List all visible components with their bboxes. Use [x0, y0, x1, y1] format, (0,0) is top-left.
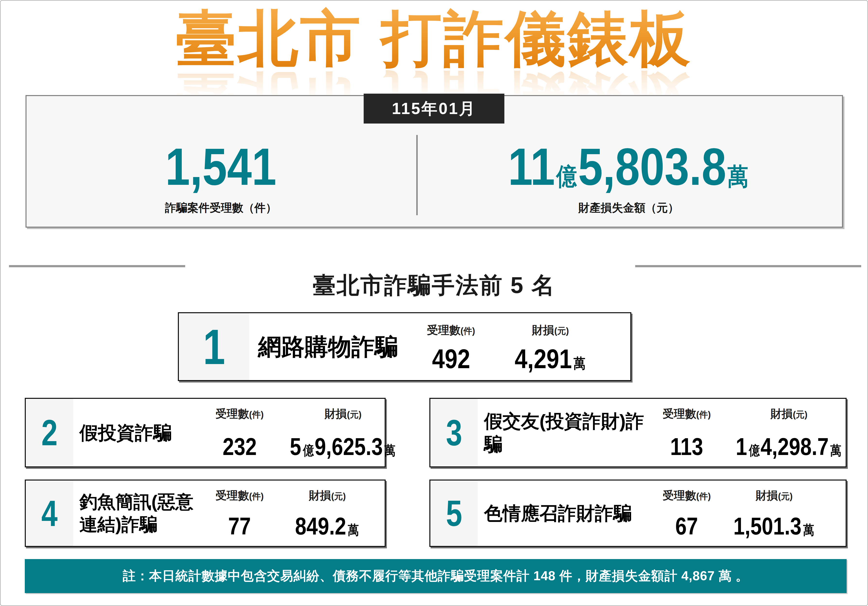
loss-header-sub: (元): [793, 410, 808, 420]
loss-stat: 財損(元) 849.2萬: [280, 480, 385, 546]
fraud-rank-card-1: 1 網路購物詐騙 受理數(件) 492 財損(元) 4,291萬: [178, 312, 631, 381]
rank-number: 5: [446, 495, 462, 531]
loss-header-main: 財損: [309, 489, 331, 502]
cases-value: 232: [223, 435, 257, 458]
loss-stat: 財損(元) 5億9,625.3萬: [280, 399, 416, 466]
fraud-type-name: 假交友(投資詐財)詐騙: [478, 410, 648, 456]
cases-value: 113: [670, 435, 703, 458]
loss-unit-part: 萬: [727, 164, 748, 188]
cases-header: 受理數(件): [427, 324, 475, 336]
cases-total-value: 1,541: [165, 141, 276, 193]
cases-stat: 受理數(件) 67: [648, 480, 725, 546]
loss-unit-part: 億: [556, 164, 577, 188]
cases-number: 232: [223, 435, 257, 458]
loss-number-part: 5: [290, 435, 301, 458]
rank-number: 1: [203, 322, 225, 371]
footnote-bar: 註：本日統計數據中包含交易糾紛、債務不履行等其他詐騙受理案件計 148 件，財產…: [25, 559, 846, 593]
summary-divider: [416, 135, 418, 215]
loss-unit-part: 萬: [384, 444, 395, 457]
cases-header-main: 受理數: [215, 489, 249, 502]
loss-header: 財損(元): [309, 489, 346, 502]
rank-strip: 2: [26, 399, 73, 466]
cases-value: 77: [228, 514, 251, 538]
cases-header-sub: (件): [249, 410, 264, 420]
loss-header: 財損(元): [770, 407, 808, 420]
cases-value: 492: [432, 346, 470, 372]
cases-stat: 受理數(件) 113: [648, 399, 725, 466]
cases-number: 492: [432, 346, 470, 372]
cases-total-label: 詐騙案件受理數（件）: [165, 201, 277, 214]
loss-stat: 財損(元) 1億4,298.7萬: [725, 399, 868, 466]
loss-header: 財損(元): [756, 489, 793, 502]
loss-header-main: 財損: [770, 407, 793, 420]
section-rule-right: [635, 265, 861, 267]
loss-unit-part: 億: [749, 444, 760, 457]
anti-fraud-dashboard: 臺北市 打詐儀錶板 臺北市 打詐儀錶板 115年01月 1,541 詐騙案件受理…: [0, 0, 868, 606]
loss-header-main: 財損: [756, 489, 778, 502]
page-title: 臺北市 打詐儀錶板: [0, 4, 868, 73]
cases-total-number: 1,541: [165, 141, 276, 193]
rank-strip: 5: [430, 480, 478, 546]
loss-total-label: 財產損失金額（元）: [578, 201, 679, 214]
cases-header: 受理數(件): [215, 407, 264, 420]
cases-header-main: 受理數: [427, 324, 460, 336]
loss-header: 財損(元): [325, 407, 361, 420]
cases-stat: 受理數(件) 232: [200, 399, 280, 466]
loss-stat: 財損(元) 1,501.3萬: [725, 480, 849, 546]
loss-unit-part: 萬: [830, 444, 841, 457]
loss-header-main: 財損: [532, 324, 554, 336]
loss-header-sub: (元): [778, 491, 793, 501]
cases-header: 受理數(件): [215, 489, 264, 502]
rank-number: 3: [446, 414, 462, 451]
cases-value: 67: [675, 514, 698, 538]
loss-number-part: 4,298.7: [761, 435, 829, 458]
cases-header-main: 受理數: [663, 407, 696, 420]
cases-header-sub: (件): [460, 326, 475, 336]
fraud-rank-card-5: 5 色情應召詐財詐騙 受理數(件) 67 財損(元) 1,501.3萬: [429, 480, 846, 547]
loss-header-sub: (元): [554, 326, 569, 336]
loss-unit-part: 億: [303, 444, 314, 457]
loss-stat: 財損(元) 4,291萬: [497, 313, 630, 380]
fraud-type-name: 色情應召詐財詐騙: [478, 502, 648, 525]
cases-number: 67: [675, 514, 698, 538]
loss-number-part: 5,803.8: [578, 141, 726, 193]
fraud-type-name: 假投資詐騙: [73, 421, 200, 444]
rank-number: 2: [41, 414, 57, 451]
loss-header: 財損(元): [532, 324, 569, 336]
loss-unit-part: 萬: [803, 524, 814, 536]
loss-number-part: 1,501.3: [733, 514, 801, 538]
loss-number-part: 11: [508, 141, 555, 193]
rank-strip: 4: [26, 480, 73, 546]
loss-header-sub: (元): [331, 491, 346, 501]
loss-number-part: 9,625.3: [315, 435, 383, 458]
loss-unit-part: 萬: [574, 356, 585, 370]
cases-number: 77: [228, 514, 251, 538]
rank-strip: 3: [430, 399, 478, 466]
cases-header-sub: (件): [696, 410, 711, 420]
loss-value: 4,291萬: [515, 346, 586, 372]
fraud-rank-card-3: 3 假交友(投資詐財)詐騙 受理數(件) 113 財損(元) 1億4,298.7…: [429, 398, 846, 468]
period-badge: 115年01月: [364, 94, 504, 124]
cases-header-sub: (件): [696, 491, 711, 501]
fraud-type-name: 網路購物詐騙: [249, 332, 405, 361]
cases-number: 113: [670, 435, 703, 458]
loss-number-part: 849.2: [295, 514, 346, 538]
cases-header: 受理數(件): [663, 489, 711, 502]
loss-value: 5億9,625.3萬: [290, 435, 396, 458]
loss-header-sub: (元): [347, 410, 361, 420]
fraud-rank-card-2: 2 假投資詐騙 受理數(件) 232 財損(元) 5億9,625.3萬: [25, 398, 386, 468]
loss-header-main: 財損: [325, 407, 347, 420]
cases-header-main: 受理數: [663, 489, 696, 502]
cases-stat: 受理數(件) 492: [405, 313, 497, 380]
loss-value: 1,501.3萬: [733, 514, 815, 538]
fraud-type-name: 釣魚簡訊(惡意連結)詐騙: [73, 491, 200, 536]
loss-total-value: 11 億 5,803.8 萬: [508, 141, 749, 193]
fraud-rank-card-4: 4 釣魚簡訊(惡意連結)詐騙 受理數(件) 77 財損(元) 849.2萬: [25, 480, 386, 547]
loss-unit-part: 萬: [348, 524, 359, 536]
loss-value: 849.2萬: [295, 514, 360, 538]
cases-stat: 受理數(件) 77: [200, 480, 280, 546]
rank-number: 4: [41, 495, 57, 531]
cases-header-sub: (件): [249, 491, 264, 501]
rank-strip: 1: [179, 313, 249, 380]
section-rule-left: [9, 265, 185, 267]
